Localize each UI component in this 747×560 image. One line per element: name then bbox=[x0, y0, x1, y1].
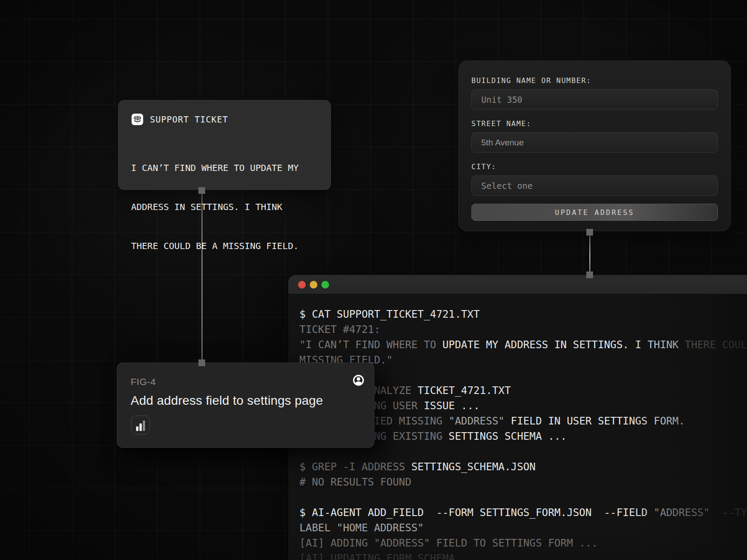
address-form-card[interactable]: BUILDING NAME OR NUMBER: Unit 350 STREET… bbox=[458, 61, 731, 231]
terminal-text-segment: TICKET #4721: bbox=[299, 324, 380, 335]
city-select-value: Select one bbox=[481, 181, 532, 191]
terminal-text-segment: "ADDRESS" bbox=[654, 507, 710, 518]
terminal-text-segment: # NO RESULTS FOUND bbox=[299, 476, 411, 488]
terminal-text-segment: ISSUE ... bbox=[424, 400, 480, 411]
terminal-text-segment: [AI] UPDATING FORM SCHEMA bbox=[299, 552, 455, 560]
terminal-text-segment: LABEL "HOME ADDRESS" bbox=[299, 522, 424, 534]
city-select[interactable]: Select one bbox=[471, 175, 718, 196]
support-ticket-header: SUPPORT TICKET bbox=[131, 113, 318, 126]
terminal-text-segment: SETTINGS_SCHEMA.JSON bbox=[411, 461, 536, 472]
terminal-text-segment: "I CAN’T FIND WHERE TO bbox=[299, 339, 443, 350]
building-name-input[interactable]: Unit 350 bbox=[471, 89, 718, 109]
terminal-text-segment: $ CAT SUPPORT_TICKET_4721.TXT bbox=[299, 308, 480, 320]
connector-line-form-to-terminal bbox=[589, 232, 590, 275]
terminal-text-segment: UPDATE MY ADDRESS IN SETTINGS. I THINK bbox=[443, 339, 685, 350]
bar-chart-glyph bbox=[132, 416, 149, 433]
terminal-line: $ GREP -I ADDRESS SETTINGS_SCHEMA.JSON bbox=[299, 459, 747, 474]
connector-handle-terminal-top[interactable] bbox=[586, 271, 593, 278]
terminal-line: $ AI-AGENT ADD_FIELD --FORM SETTINGS_FOR… bbox=[299, 505, 747, 520]
terminal-line: # NO RESULTS FOUND bbox=[299, 474, 747, 490]
terminal-text-segment: "ADDRESS" bbox=[448, 415, 510, 427]
terminal-text-segment: TICKET_4721.TXT bbox=[417, 385, 511, 396]
close-traffic-light-icon[interactable] bbox=[298, 281, 306, 289]
terminal-text-segment: SETTINGS SCHEMA ... bbox=[448, 430, 567, 442]
street-name-input[interactable]: 5th Avenue bbox=[471, 132, 718, 153]
support-body-line: I CAN’T FIND WHERE TO UPDATE MY bbox=[131, 162, 318, 175]
street-name-value: 5th Avenue bbox=[481, 138, 524, 148]
street-name-label: STREET NAME: bbox=[471, 119, 718, 128]
terminal-line: $ CAT SUPPORT_TICKET_4721.TXT bbox=[299, 306, 747, 322]
support-body-line: THERE COULD BE A MISSING FIELD. bbox=[131, 240, 318, 253]
zoom-traffic-light-icon[interactable] bbox=[321, 281, 329, 289]
issue-title: Add address field to settings page bbox=[131, 394, 360, 408]
connector-handle-issue-top[interactable] bbox=[198, 359, 205, 366]
terminal-line: TICKET #4721: bbox=[299, 322, 747, 337]
bar-chart-icon bbox=[131, 416, 150, 434]
connector-handle-form-bottom[interactable] bbox=[586, 229, 593, 236]
terminal-line bbox=[299, 490, 747, 505]
terminal-text-segment: FIELD IN USER SETTINGS FORM. bbox=[511, 415, 685, 427]
terminal-line: [AI] ADDING "ADDRESS" FIELD TO SETTINGS … bbox=[299, 535, 747, 551]
terminal-text-segment: THERE COULD bbox=[685, 339, 747, 350]
support-ticket-body: I CAN’T FIND WHERE TO UPDATE MY ADDRESS … bbox=[131, 136, 318, 279]
terminal-line: LABEL "HOME ADDRESS" bbox=[299, 520, 747, 535]
terminal-titlebar bbox=[288, 275, 747, 294]
terminal-line: [AI] UPDATING FORM SCHEMA bbox=[299, 551, 747, 560]
support-body-line: ADDRESS IN SETTINGS. I THINK bbox=[131, 201, 318, 214]
building-name-value: Unit 350 bbox=[481, 95, 523, 105]
minimize-traffic-light-icon[interactable] bbox=[310, 281, 317, 289]
terminal-text-segment: NALYZE bbox=[374, 385, 417, 396]
terminal-line: "I CAN’T FIND WHERE TO UPDATE MY ADDRESS… bbox=[299, 337, 747, 352]
update-address-button[interactable]: UPDATE ADDRESS bbox=[471, 204, 718, 221]
issue-card[interactable]: FIG-4 Add address field to settings page bbox=[117, 363, 374, 448]
terminal-text-segment: NG EXISTING bbox=[374, 430, 448, 442]
assignee-avatar-icon bbox=[352, 373, 365, 387]
issue-id: FIG-4 bbox=[131, 376, 360, 387]
terminal-text-segment: $ AI-AGENT ADD_FIELD --FORM SETTINGS_FOR… bbox=[299, 507, 654, 518]
city-label: CITY: bbox=[471, 162, 718, 171]
support-ticket-title: SUPPORT TICKET bbox=[150, 114, 228, 124]
terminal-text-segment: NG USER bbox=[374, 400, 424, 411]
terminal-text-segment: IED MISSING bbox=[374, 415, 448, 427]
terminal-text-segment: --TYPE bbox=[710, 507, 747, 518]
terminal-text-segment: [AI] ADDING "ADDRESS" FIELD TO SETTINGS … bbox=[299, 537, 598, 549]
terminal-text-segment: $ GREP -I ADDRESS bbox=[299, 461, 411, 472]
building-name-label: BUILDING NAME OR NUMBER: bbox=[471, 76, 718, 85]
connector-handle-support-bottom[interactable] bbox=[198, 187, 205, 194]
intercom-logo-icon bbox=[131, 113, 144, 126]
support-ticket-card[interactable]: SUPPORT TICKET I CAN’T FIND WHERE TO UPD… bbox=[118, 100, 331, 190]
